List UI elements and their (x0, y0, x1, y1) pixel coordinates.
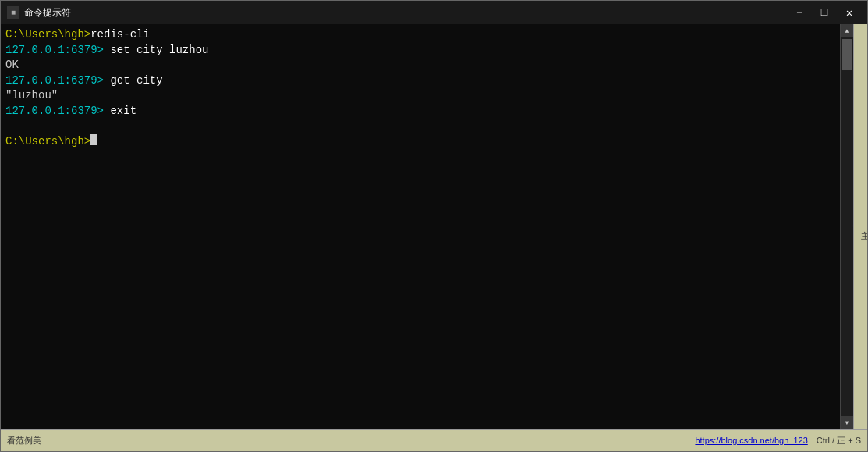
prompt: 127.0.0.1:6379> (5, 73, 104, 89)
window-controls: － □ ✕ (788, 5, 861, 20)
window: ■ 命令提示符 － □ ✕ C:\Users\hgh>redis-cli 127… (0, 0, 868, 452)
main-area: C:\Users\hgh>redis-cli 127.0.0.1:6379> s… (1, 24, 867, 429)
output (5, 119, 12, 135)
scroll-down-arrow[interactable]: ▼ (841, 416, 854, 429)
window-title: 命令提示符 (24, 6, 71, 20)
maximize-button[interactable]: □ (813, 5, 836, 20)
bottom-status-left: 看范例美 (7, 435, 41, 447)
prompt: 127.0.0.1:6379> (5, 104, 104, 119)
command: get city (104, 73, 163, 89)
terminal-line (5, 119, 835, 135)
terminal-line: 127.0.0.1:6379> get city (5, 73, 835, 89)
command: exit (104, 104, 136, 119)
command: redis-cli (90, 27, 150, 43)
bottom-left-text: 看范例美 (7, 435, 41, 447)
terminal-line: C:\Users\hgh>redis-cli (5, 27, 835, 43)
output: OK (5, 58, 19, 73)
prompt: 127.0.0.1:6379> (5, 43, 104, 59)
terminal-line: 127.0.0.1:6379> exit (5, 104, 835, 119)
cursor (90, 134, 97, 145)
prompt: C:\Users\hgh> (5, 134, 90, 150)
terminal-line: C:\Users\hgh> (5, 134, 835, 150)
terminal-line: 127.0.0.1:6379> set city luzhou (5, 43, 835, 59)
close-button[interactable]: ✕ (838, 5, 861, 20)
bottom-right-status: Ctrl / 正 + S (817, 436, 861, 445)
terminal-line: "luzhou" (5, 88, 835, 104)
scroll-up-arrow[interactable]: ▲ (841, 24, 854, 37)
title-bar: ■ 命令提示符 － □ ✕ (1, 1, 867, 24)
terminal-line: OK (5, 58, 835, 73)
terminal[interactable]: C:\Users\hgh>redis-cli 127.0.0.1:6379> s… (1, 24, 840, 429)
terminal-icon: ■ (7, 6, 19, 19)
minimize-button[interactable]: － (788, 5, 811, 20)
title-bar-left: ■ 命令提示符 (7, 6, 71, 20)
output: "luzhou" (5, 88, 58, 104)
scroll-thumb[interactable] (842, 39, 852, 70)
url-text: https://blog.csdn.net/hgh_123 (695, 436, 807, 445)
prompt: C:\Users\hgh> (5, 27, 90, 43)
sidebar-label: 主↓ (850, 224, 867, 230)
bottom-url: https://blog.csdn.net/hgh_123 Ctrl / 正 +… (695, 435, 861, 447)
bottom-bar: 看范例美 https://blog.csdn.net/hgh_123 Ctrl … (1, 429, 867, 451)
command: set city luzhou (104, 43, 208, 59)
sidebar-right: 主↓ (853, 24, 867, 429)
